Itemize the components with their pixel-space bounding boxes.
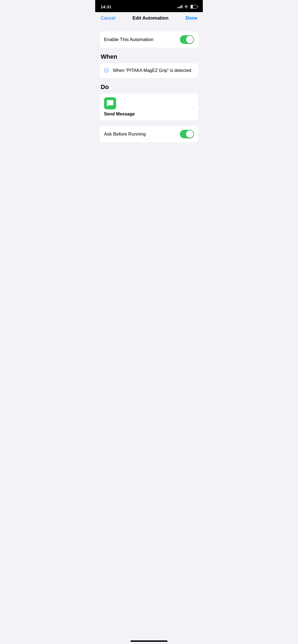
enable-automation-card: Enable This Automation [100,31,198,48]
ask-before-running-label: Ask Before Running [104,131,146,137]
page-title: Edit Automation [132,15,169,21]
time-display: 14:31 [101,4,111,9]
enable-toggle[interactable] [180,35,194,44]
signal-icon [177,5,182,8]
trigger-text: When “PITAKA MagEZ Grip” is detected [113,68,193,73]
enable-row: Enable This Automation [100,31,198,48]
when-row[interactable]: ⦾ When “PITAKA MagEZ Grip” is detected › [100,63,198,78]
when-section-header: When [100,53,198,60]
enable-label: Enable This Automation [104,37,153,42]
cancel-button[interactable]: Cancel [101,15,115,21]
messages-icon [106,99,114,107]
when-trigger-card: ⦾ When “PITAKA MagEZ Grip” is detected › [100,63,198,78]
action-left: Send Message [104,97,135,117]
do-section-header: Do [100,83,198,91]
ask-before-running-card: Ask Before Running [100,126,198,142]
ask-toggle-thumb [186,130,193,138]
do-action-card: Send Message › [100,93,198,120]
ask-before-running-row: Ask Before Running [100,126,198,142]
ask-before-running-toggle[interactable] [180,130,194,138]
chevron-right-icon: › [193,104,194,109]
battery-icon: 31 [190,5,197,9]
nfc-icon: ⦾ [104,67,109,74]
chevron-right-icon: › [193,68,194,73]
toggle-thumb [186,36,193,43]
messages-app-icon [104,97,116,109]
status-icons: 31 [177,5,197,9]
status-bar: 14:31 31 [95,0,203,12]
done-button[interactable]: Done [186,15,198,21]
action-label: Send Message [104,112,135,117]
wifi-icon [184,5,188,8]
main-content: Enable This Automation When ⦾ When “PITA… [95,24,203,153]
action-row[interactable]: Send Message › [100,93,198,120]
nav-bar: Cancel Edit Automation Done [95,12,203,24]
